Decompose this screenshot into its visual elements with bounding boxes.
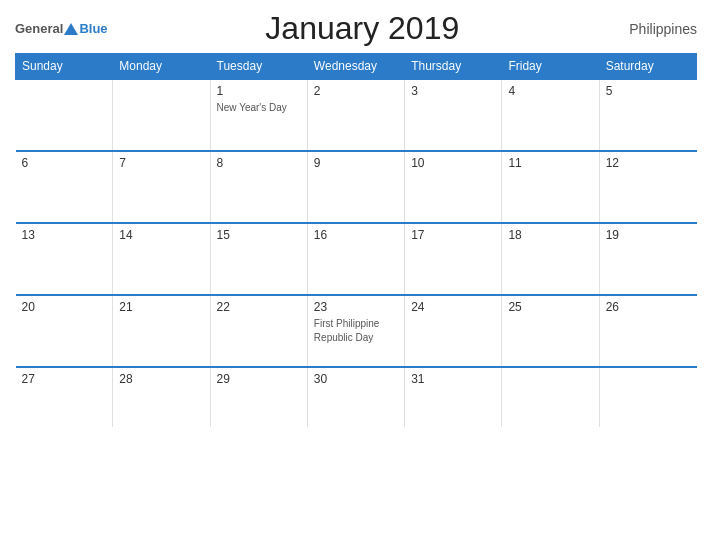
calendar-cell: 21 [113, 295, 210, 367]
calendar-container: General Blue January 2019 Philippines Su… [0, 0, 712, 550]
day-number: 13 [22, 228, 107, 242]
day-number: 26 [606, 300, 691, 314]
day-number: 10 [411, 156, 495, 170]
day-number: 11 [508, 156, 592, 170]
day-number: 5 [606, 84, 691, 98]
day-number: 9 [314, 156, 398, 170]
country-label: Philippines [617, 21, 697, 37]
calendar-cell: 28 [113, 367, 210, 427]
calendar-cell: 23First Philippine Republic Day [307, 295, 404, 367]
week-row-4: 20212223First Philippine Republic Day242… [16, 295, 697, 367]
day-number: 31 [411, 372, 495, 386]
calendar-cell: 10 [405, 151, 502, 223]
logo: General Blue [15, 21, 108, 36]
day-number: 15 [217, 228, 301, 242]
calendar-cell: 5 [599, 79, 696, 151]
calendar-cell: 26 [599, 295, 696, 367]
day-number: 29 [217, 372, 301, 386]
day-header-thursday: Thursday [405, 54, 502, 80]
day-header-monday: Monday [113, 54, 210, 80]
day-header-tuesday: Tuesday [210, 54, 307, 80]
day-number: 1 [217, 84, 301, 98]
calendar-cell: 2 [307, 79, 404, 151]
week-row-5: 2728293031 [16, 367, 697, 427]
day-number: 27 [22, 372, 107, 386]
day-number: 7 [119, 156, 203, 170]
day-number: 20 [22, 300, 107, 314]
calendar-cell: 30 [307, 367, 404, 427]
calendar-cell: 29 [210, 367, 307, 427]
calendar-cell: 27 [16, 367, 113, 427]
day-number: 21 [119, 300, 203, 314]
day-number: 6 [22, 156, 107, 170]
calendar-cell: 15 [210, 223, 307, 295]
calendar-cell: 14 [113, 223, 210, 295]
day-header-wednesday: Wednesday [307, 54, 404, 80]
calendar-cell: 24 [405, 295, 502, 367]
calendar-cell [502, 367, 599, 427]
logo-general-text: General [15, 21, 63, 36]
calendar-cell: 4 [502, 79, 599, 151]
day-number: 25 [508, 300, 592, 314]
calendar-cell: 3 [405, 79, 502, 151]
day-number: 24 [411, 300, 495, 314]
days-header-row: SundayMondayTuesdayWednesdayThursdayFrid… [16, 54, 697, 80]
calendar-cell: 13 [16, 223, 113, 295]
calendar-title: January 2019 [108, 10, 617, 47]
calendar-cell: 17 [405, 223, 502, 295]
calendar-cell: 9 [307, 151, 404, 223]
calendar-cell [599, 367, 696, 427]
logo-triangle-icon [64, 23, 78, 35]
calendar-cell: 19 [599, 223, 696, 295]
calendar-cell [16, 79, 113, 151]
event-label: New Year's Day [217, 102, 287, 113]
calendar-cell: 12 [599, 151, 696, 223]
day-number: 19 [606, 228, 691, 242]
day-number: 8 [217, 156, 301, 170]
calendar-cell: 1New Year's Day [210, 79, 307, 151]
week-row-3: 13141516171819 [16, 223, 697, 295]
day-number: 30 [314, 372, 398, 386]
calendar-cell: 31 [405, 367, 502, 427]
calendar-cell: 22 [210, 295, 307, 367]
day-number: 2 [314, 84, 398, 98]
day-number: 3 [411, 84, 495, 98]
calendar-cell: 7 [113, 151, 210, 223]
day-number: 16 [314, 228, 398, 242]
calendar-cell: 6 [16, 151, 113, 223]
day-number: 18 [508, 228, 592, 242]
day-number: 4 [508, 84, 592, 98]
calendar-cell: 25 [502, 295, 599, 367]
day-number: 23 [314, 300, 398, 314]
day-number: 22 [217, 300, 301, 314]
week-row-1: 1New Year's Day2345 [16, 79, 697, 151]
calendar-cell: 16 [307, 223, 404, 295]
calendar-table: SundayMondayTuesdayWednesdayThursdayFrid… [15, 53, 697, 427]
calendar-cell: 11 [502, 151, 599, 223]
day-number: 14 [119, 228, 203, 242]
calendar-cell: 20 [16, 295, 113, 367]
day-number: 28 [119, 372, 203, 386]
week-row-2: 6789101112 [16, 151, 697, 223]
logo-blue-text: Blue [79, 21, 107, 36]
day-number: 12 [606, 156, 691, 170]
calendar-cell: 18 [502, 223, 599, 295]
calendar-cell: 8 [210, 151, 307, 223]
event-label: First Philippine Republic Day [314, 318, 380, 343]
day-header-friday: Friday [502, 54, 599, 80]
day-header-sunday: Sunday [16, 54, 113, 80]
calendar-cell [113, 79, 210, 151]
day-number: 17 [411, 228, 495, 242]
header: General Blue January 2019 Philippines [15, 10, 697, 47]
day-header-saturday: Saturday [599, 54, 696, 80]
